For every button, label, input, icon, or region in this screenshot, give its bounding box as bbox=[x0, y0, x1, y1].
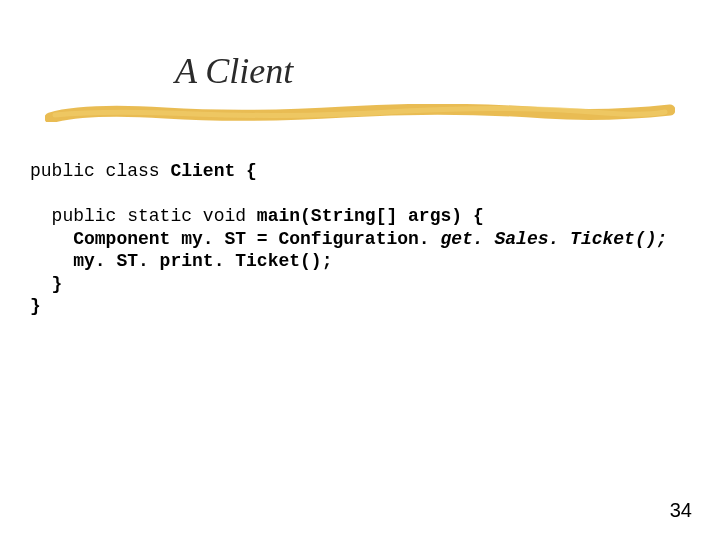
code-line-2-kw: public static void bbox=[30, 206, 257, 226]
code-line-3-a: Component my. ST = Configuration. bbox=[30, 229, 440, 249]
code-line-5: } bbox=[30, 274, 62, 294]
code-line-6: } bbox=[30, 296, 41, 316]
page-number: 34 bbox=[670, 499, 692, 522]
title-underline bbox=[45, 104, 675, 122]
brush-stroke-icon bbox=[45, 104, 675, 122]
code-block: public class Client { public static void… bbox=[30, 160, 667, 318]
code-line-2-rest: main(String[] args) { bbox=[257, 206, 484, 226]
code-line-1-kw: public class bbox=[30, 161, 170, 181]
code-line-1-rest: Client { bbox=[170, 161, 256, 181]
slide-title: A Client bbox=[175, 50, 293, 92]
slide: A Client public class Client { public st… bbox=[0, 0, 720, 540]
code-line-3-call: get. Sales. Ticket(); bbox=[440, 229, 667, 249]
code-line-4: my. ST. print. Ticket(); bbox=[30, 251, 332, 271]
